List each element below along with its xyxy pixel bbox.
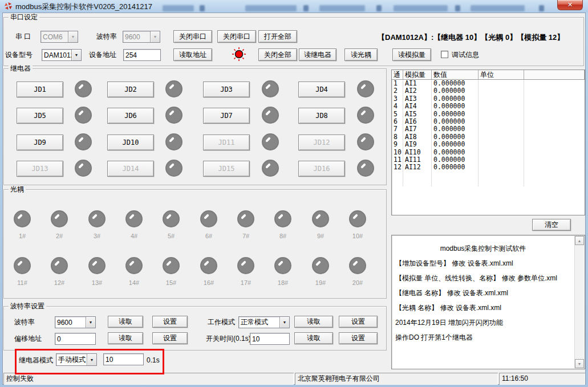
relay-indicator-jd10 bbox=[165, 133, 183, 150]
table-cell: AI9 bbox=[403, 141, 432, 148]
baud-rate-select[interactable]: 9600 ▼ bbox=[123, 31, 160, 43]
table-header-cell: 单位 bbox=[478, 70, 524, 79]
relay-indicator-jd4 bbox=[357, 80, 374, 97]
chevron-down-icon: ▼ bbox=[87, 354, 96, 365]
read-opto-button[interactable]: 读光耦 bbox=[344, 48, 378, 61]
table-row: 1AI10.000000 bbox=[392, 80, 585, 87]
debug-checkbox[interactable] bbox=[441, 51, 448, 58]
table-cell bbox=[478, 87, 524, 95]
work-mode-select[interactable]: 正常模式 ▼ bbox=[238, 316, 290, 328]
offset-set-button[interactable]: 设置 bbox=[152, 332, 188, 344]
table-cell: AI3 bbox=[403, 95, 432, 103]
relay-indicator-jd2 bbox=[165, 80, 183, 97]
relay-button-jd2[interactable]: JD2 bbox=[107, 82, 154, 97]
switch-time-set-button[interactable]: 设置 bbox=[339, 332, 378, 344]
relay-button-jd3[interactable]: JD3 bbox=[203, 82, 250, 97]
baud-read-button[interactable]: 读取 bbox=[108, 316, 143, 328]
table-row: 5AI50.000000 bbox=[392, 111, 585, 118]
table-cell: AI7 bbox=[403, 125, 432, 133]
log-line: 【模拟量 单位、线性转换、名称】 修改 参数单位.xml bbox=[393, 271, 573, 286]
close-all-button[interactable]: 关闭全部 bbox=[258, 48, 297, 61]
opto-indicator-19 bbox=[312, 257, 329, 274]
relay-mode-time-input[interactable] bbox=[103, 353, 144, 365]
switch-time-input[interactable] bbox=[250, 333, 290, 345]
relay-indicator-jd7 bbox=[262, 107, 279, 124]
titlebar-glass-artifact bbox=[539, 5, 544, 11]
read-addr-button[interactable]: 读取地址 bbox=[173, 48, 212, 61]
table-header-row: 通模拟量数值单位 bbox=[392, 70, 585, 80]
opto-label-1: 1# bbox=[10, 233, 35, 239]
baud-set-select[interactable]: 9600 ▼ bbox=[55, 316, 96, 328]
table-header-cell: 模拟量 bbox=[403, 70, 432, 79]
close-serial-button-1[interactable]: 关闭串口 bbox=[173, 30, 212, 43]
table-cell bbox=[478, 95, 524, 103]
scroll-down-icon[interactable]: ▼ bbox=[575, 359, 584, 368]
log-scrollbar[interactable]: ▲ ▼ bbox=[574, 236, 584, 368]
opto-label-5: 5# bbox=[159, 233, 184, 239]
offset-addr-input[interactable] bbox=[55, 333, 96, 345]
relay-button-jd9[interactable]: JD9 bbox=[17, 135, 63, 150]
clear-button[interactable]: 清空 bbox=[532, 219, 571, 231]
device-addr-input[interactable] bbox=[123, 49, 161, 61]
table-cell: 2 bbox=[392, 87, 403, 95]
serial-group-legend: 串口设定 bbox=[9, 13, 39, 21]
table-cell bbox=[392, 172, 403, 179]
work-mode-set-button[interactable]: 设置 bbox=[339, 316, 378, 328]
table-cell bbox=[524, 103, 585, 110]
status-company: 北京聚英翱翔电子有限公司 bbox=[295, 373, 498, 385]
relay-indicator-jd9 bbox=[75, 133, 92, 150]
table-cell: 0.000000 bbox=[432, 80, 478, 87]
table-cell: 0.000000 bbox=[432, 149, 478, 156]
opto-indicator-14 bbox=[125, 257, 143, 274]
table-cell bbox=[478, 118, 524, 125]
work-mode-read-button[interactable]: 读取 bbox=[294, 316, 333, 328]
com-port-select[interactable]: COM6 ▼ bbox=[40, 31, 78, 43]
status-time: 11:16:50 bbox=[499, 373, 585, 385]
table-cell bbox=[524, 179, 585, 186]
device-info-text: 【DAM1012A】:【继电器 10】【光耦 0】【模拟量 12】 bbox=[378, 32, 564, 43]
log-panel[interactable]: modbus采集控制卡测试软件【增加设备型号】 修改 设备表.xml.xml【模… bbox=[391, 235, 585, 369]
opto-label-11: 11# bbox=[10, 279, 35, 286]
offset-read-button[interactable]: 读取 bbox=[108, 332, 143, 344]
log-line: modbus采集控制卡测试软件 bbox=[393, 241, 573, 256]
relay-button-jd5[interactable]: JD5 bbox=[17, 108, 63, 124]
relay-button-jd10[interactable]: JD10 bbox=[107, 135, 154, 150]
log-line: 【增加设备型号】 修改 设备表.xml.xml bbox=[393, 256, 573, 271]
read-analog-button[interactable]: 读模拟量 bbox=[392, 48, 431, 61]
relay-button-jd4[interactable]: JD4 bbox=[298, 82, 345, 97]
relay-button-jd7[interactable]: JD7 bbox=[203, 108, 250, 124]
log-line: 【继电器 名称】 修改 设备表.xml.xml bbox=[393, 286, 573, 300]
debug-label: 调试信息 bbox=[452, 49, 479, 60]
offset-addr-label: 偏移地址 bbox=[14, 333, 42, 344]
table-cell: 0.000000 bbox=[432, 141, 478, 148]
table-cell bbox=[524, 149, 585, 156]
table-cell bbox=[432, 172, 478, 179]
close-button[interactable]: ✕ bbox=[557, 0, 583, 10]
read-relay-button[interactable]: 读继电器 bbox=[299, 48, 336, 61]
open-all-button[interactable]: 打开全部 bbox=[258, 30, 297, 43]
table-cell: 0.000000 bbox=[432, 164, 478, 171]
table-row: 7AI70.000000 bbox=[392, 125, 585, 133]
device-addr-label: 设备地址 bbox=[89, 49, 116, 60]
device-model-select[interactable]: DAM1012A ▼ bbox=[42, 49, 82, 61]
relay-button-jd6[interactable]: JD6 bbox=[107, 108, 154, 124]
relay-group: 继电器 JD1JD2JD3JD4JD5JD6JD7JD8JD9JD10JD11J… bbox=[3, 68, 387, 185]
baud-set-button[interactable]: 设置 bbox=[152, 316, 188, 328]
opto-indicator-9 bbox=[312, 210, 329, 227]
table-cell bbox=[403, 172, 432, 179]
table-cell bbox=[403, 179, 432, 186]
table-cell bbox=[524, 111, 585, 118]
status-message: 控制失败 bbox=[3, 373, 294, 385]
opto-label-13: 13# bbox=[84, 279, 110, 286]
relay-button-jd1[interactable]: JD1 bbox=[17, 82, 63, 97]
table-cell bbox=[478, 111, 524, 118]
titlebar-glass-artifact bbox=[319, 5, 365, 11]
relay-mode-select[interactable]: 手动模式 ▼ bbox=[56, 353, 97, 366]
close-serial-button-2[interactable]: 关闭串口 bbox=[217, 30, 256, 43]
relay-button-jd8[interactable]: JD8 bbox=[298, 108, 345, 124]
analog-table[interactable]: 通模拟量数值单位1AI10.0000002AI20.0000003AI30.00… bbox=[391, 70, 585, 215]
switch-time-read-button[interactable]: 读取 bbox=[294, 332, 333, 344]
table-cell: 4 bbox=[392, 103, 403, 110]
scroll-up-icon[interactable]: ▲ bbox=[575, 236, 584, 245]
titlebar[interactable]: modbus采集控制卡软件V0205_20141217 ✕ bbox=[0, 0, 588, 13]
